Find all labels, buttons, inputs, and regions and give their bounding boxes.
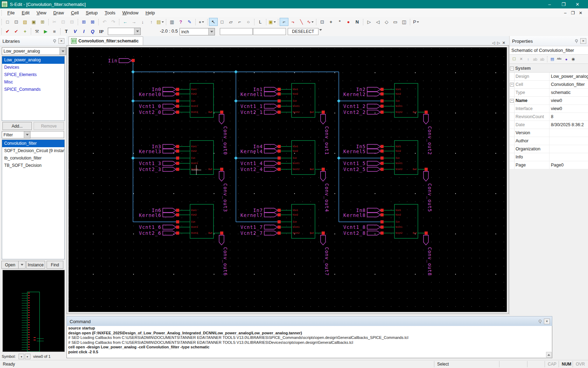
pin-icon[interactable] (538, 319, 542, 324)
menu-cell[interactable]: Cell (68, 9, 82, 16)
line-45-tool-icon[interactable]: ╲ (297, 18, 306, 26)
property-value[interactable]: Page0 (550, 163, 588, 168)
new-document-icon[interactable]: □ (3, 18, 12, 26)
start-simulation-icon[interactable]: ▶ (41, 27, 50, 35)
inout-port-icon[interactable]: ◇ (382, 18, 391, 26)
property-value[interactable]: Convolution_filter (550, 82, 588, 87)
page-setup-icon[interactable]: ▤ (156, 18, 164, 26)
menu-setup[interactable]: Setup (82, 9, 101, 16)
property-row-revisioncount[interactable]: RevisionCount8 (510, 113, 588, 121)
maximize-icon[interactable]: ❐ (556, 2, 570, 7)
tab-scroll-left-icon[interactable]: ◁ (492, 41, 495, 45)
open-waveform-icon[interactable]: ⊠ (88, 18, 97, 26)
other-port-icon[interactable]: ▭ (391, 18, 400, 26)
check-open-icon[interactable]: ✔ (12, 27, 21, 35)
chevron-down-icon[interactable] (274, 21, 276, 23)
property-value[interactable]: 8/30/2025 8:36:2 (550, 122, 588, 127)
chevron-down-icon[interactable] (312, 21, 314, 23)
new-property-icon[interactable]: ☐ (511, 56, 518, 62)
solder-dot-icon[interactable]: ● (344, 18, 353, 26)
copy-icon[interactable]: ⊡ (59, 18, 68, 26)
units-select[interactable]: inch (180, 28, 215, 35)
check-design-icon[interactable]: ✔ (3, 27, 12, 35)
t-spice-icon[interactable]: T (62, 27, 71, 35)
property-row-type[interactable]: Typeschematic (510, 89, 588, 97)
close-icon[interactable]: ✕ (58, 38, 64, 44)
path-tool-icon[interactable]: ⌐ (235, 18, 244, 26)
list-item[interactable]: Devices (2, 64, 64, 71)
abc-display-icon[interactable]: ᴬᴮᶜ (556, 56, 563, 62)
command-log[interactable]: source startupdesign open {F:\NXFEE_2025… (66, 326, 552, 358)
close-icon[interactable]: ✕ (544, 319, 550, 324)
redo-icon[interactable]: ↷ (109, 18, 118, 26)
save-all-icon[interactable]: ⊞ (38, 18, 47, 26)
list-item[interactable]: SOFT_Decision_Circuit [9 instances] (2, 147, 64, 155)
net-label-icon[interactable]: N (353, 18, 362, 26)
property-value[interactable]: 8 (550, 114, 588, 119)
library-select[interactable]: Low_power_analog (2, 47, 66, 55)
schematic-block-3[interactable]: In3Kernel3Vcnt1_3Vcnt2_3Vin1Vin2IinVcnt1… (139, 141, 228, 212)
ip-icon[interactable]: IP (97, 27, 106, 35)
property-row-page[interactable]: PagePage0 (510, 161, 588, 169)
menu-help[interactable]: Help (142, 9, 159, 16)
global-port-icon[interactable]: ◫ (400, 18, 408, 26)
expand-icon[interactable]: + (510, 83, 514, 87)
output-port-icon[interactable]: ◁ (373, 18, 382, 26)
mdi-close-icon[interactable]: ✕ (577, 11, 584, 15)
undo-icon[interactable]: ↶ (100, 18, 109, 26)
stop-simulation-icon[interactable]: ■ (50, 27, 59, 35)
tab-close-icon[interactable]: ✕ (502, 41, 505, 45)
next-view-icon[interactable]: ▸ (25, 354, 30, 359)
iin-input-port[interactable]: Iin (108, 58, 135, 63)
property-value[interactable]: schematic (550, 90, 588, 95)
setup-simulation-icon[interactable]: ⚒ (33, 27, 41, 35)
iin-bus-wires[interactable] (133, 61, 380, 222)
netlist-block-icon[interactable]: ⊡ (318, 18, 327, 26)
annotate-icon[interactable]: ✎ (185, 18, 194, 26)
chevron-down-icon[interactable] (24, 131, 30, 138)
chevron-down-icon[interactable] (162, 21, 164, 23)
select-tool-icon[interactable]: ↖ (209, 18, 218, 26)
schematic-block-6[interactable]: In6Kernel6Vcnt1_6Vcnt2_6Vin1Vin2IinVcnt1… (139, 204, 228, 276)
open-view-icon[interactable]: ⊞ (79, 18, 88, 26)
visibility-icon[interactable]: ◉ (570, 56, 577, 62)
pop-out-context-icon[interactable]: ↑ (147, 18, 156, 26)
grid-field-2[interactable] (253, 28, 286, 35)
color-icon[interactable]: ● (563, 56, 570, 62)
polygon-tool-icon[interactable]: ▱ (226, 18, 235, 26)
filter-input[interactable] (30, 131, 64, 138)
property-row-organization[interactable]: Organization (510, 145, 588, 153)
circle-tool-icon[interactable]: ○ (244, 18, 253, 26)
collapse-icon[interactable]: − (510, 67, 514, 70)
schematic-block-5[interactable]: In5Kernel5Vcnt1_5Vcnt2_5Vin1Vin2IinVcnt1… (343, 141, 433, 212)
rectangle-tool-icon[interactable]: □ (218, 18, 226, 26)
list-item[interactable]: TB_SOFT_Decision (2, 162, 64, 169)
check-move-icon[interactable]: + (21, 27, 29, 35)
expand-icon[interactable]: + (510, 99, 514, 103)
property-row-interface[interactable]: Interfaceview0 (510, 105, 588, 113)
minimize-icon[interactable]: – (542, 2, 556, 7)
apply-to-icon[interactable]: ab (532, 56, 539, 62)
chevron-down-icon[interactable] (59, 48, 66, 55)
property-value[interactable]: view0 (550, 106, 588, 111)
schematic-canvas[interactable]: IinIn0Kernel0Vcnt1_0Vcnt2_0Vin1Vin2IinVc… (69, 47, 507, 312)
schematic-block-4[interactable]: In4Kernel4Vcnt1_4Vcnt2_4Vin1Vin2IinVcnt1… (240, 141, 330, 212)
promote-property-icon[interactable]: ↑ (525, 56, 532, 62)
tab-scroll-right-icon[interactable]: ▷ (497, 41, 500, 45)
save-icon[interactable]: ▣ (29, 18, 38, 26)
forward-icon[interactable]: → (130, 18, 138, 26)
filter-select[interactable]: Filter (2, 131, 30, 138)
list-item[interactable]: SPICE_Elements (2, 71, 64, 79)
property-row-author[interactable]: Author (510, 137, 588, 145)
list-item[interactable]: Convolution_filter (2, 140, 64, 147)
list-item[interactable]: SPICE_Commands (2, 86, 64, 93)
open-dropdown-icon[interactable] (18, 261, 26, 269)
property-value[interactable]: Low_power_analog (550, 74, 588, 79)
chevron-down-icon[interactable] (202, 21, 204, 23)
record-macro-icon[interactable]: ● (197, 18, 206, 26)
probe-charge-icon[interactable]: Q (88, 27, 97, 35)
probe-pin-icon[interactable]: + (327, 18, 335, 26)
close-icon[interactable]: ✕ (570, 2, 584, 7)
push-into-context-icon[interactable]: ↓ (138, 18, 147, 26)
property-value[interactable]: view0 (550, 98, 588, 103)
